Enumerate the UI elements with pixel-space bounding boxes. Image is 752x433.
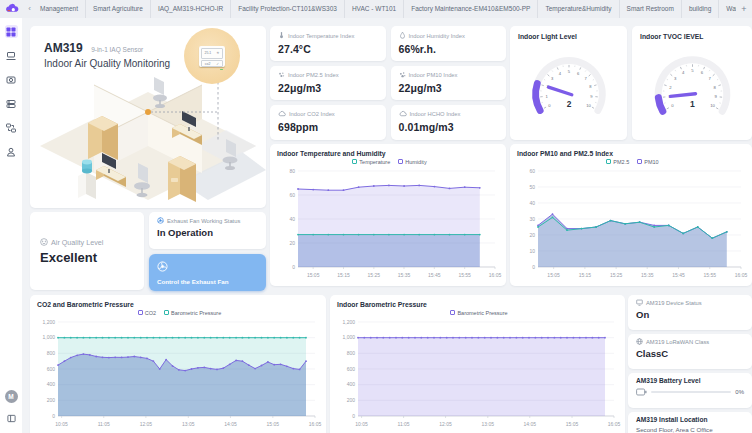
globe-icon xyxy=(636,338,643,345)
fan-icon xyxy=(157,217,164,224)
svg-text:13:05: 13:05 xyxy=(182,421,195,427)
pm25-icon xyxy=(278,71,285,80)
legend-temperature[interactable]: Temperature xyxy=(352,159,390,165)
svg-text:10:05: 10:05 xyxy=(55,421,68,427)
temp-humidity-chart-card: Indoor Temperature and Humidity Temperat… xyxy=(270,144,506,286)
tvoc-level-card: Indoor TVOC lEVEL 0123456789101 xyxy=(632,26,752,140)
legend-humidity[interactable]: Humidity xyxy=(398,159,426,165)
svg-text:1,000: 1,000 xyxy=(42,334,55,340)
legend-pm2-5[interactable]: PM2.5 xyxy=(606,159,629,165)
add-tab-button[interactable]: + xyxy=(736,4,752,14)
tab-smart-restroom[interactable]: Smart Restroom xyxy=(620,0,682,18)
svg-text:3: 3 xyxy=(551,76,554,81)
tab-hvac-wt101[interactable]: HVAC - WT101 xyxy=(345,0,404,18)
svg-text:60: 60 xyxy=(529,168,535,174)
tile-value: 27.4°C xyxy=(278,43,378,55)
svg-text:11:05: 11:05 xyxy=(98,421,110,427)
svg-text:15:35: 15:35 xyxy=(398,272,411,278)
fan-status-label: Exhaust Fan Working Status xyxy=(167,218,240,224)
barometric-chart[interactable]: 02004006008001,0001,20010:0511:0512:0513… xyxy=(337,317,622,429)
battery-level-label: AM319 Battery Level xyxy=(636,377,744,384)
tvoc-level-gauge: 0123456789101 xyxy=(640,42,745,130)
lorawan-class-value: ClassC xyxy=(636,348,744,359)
control-exhaust-fan-button[interactable]: Control the Exhaust Fan xyxy=(149,254,266,291)
legend-co2[interactable]: CO2 xyxy=(138,310,156,316)
legend-barometric-pressure[interactable]: Barometric Pressure xyxy=(450,310,507,316)
sensor-tiles: Indoor Temperature Index27.4°CIndoor Hum… xyxy=(270,26,506,140)
svg-text:600: 600 xyxy=(347,366,356,372)
tile-value: 22μg/m3 xyxy=(399,82,499,94)
gauge-title: Indoor TVOC lEVEL xyxy=(640,33,745,40)
light-level-card: Indoor Light Level 0123456789102 xyxy=(510,26,627,140)
install-location-value: Second Floor, Area C Office xyxy=(636,426,744,433)
tile-indoor-co2-index: Indoor CO2 Index698ppm xyxy=(270,105,386,140)
sidebar-item-devices[interactable] xyxy=(5,49,18,62)
tab-management[interactable]: Management xyxy=(33,0,86,18)
svg-text:15:35: 15:35 xyxy=(641,272,654,278)
tab-temperature-humidity[interactable]: Temperature&Humidity xyxy=(538,0,619,18)
sidebar-collapse-icon[interactable] xyxy=(5,412,18,425)
svg-text:1: 1 xyxy=(690,99,695,109)
svg-text:2: 2 xyxy=(669,85,672,90)
chart-title: Indoor PM10 and PM2.5 Index xyxy=(517,150,748,157)
svg-text:20: 20 xyxy=(289,240,295,246)
svg-text:4: 4 xyxy=(559,71,562,76)
hcho-icon xyxy=(399,110,407,118)
tab-bar: ‹ ManagementSmart AgricultureIAQ_AM319-H… xyxy=(0,0,752,18)
svg-text:15:05: 15:05 xyxy=(267,421,280,427)
svg-text:3: 3 xyxy=(674,76,677,81)
tab-water-meter[interactable]: Water meter xyxy=(719,0,736,18)
svg-text:0: 0 xyxy=(292,264,295,270)
sidebar-item-dashboard[interactable] xyxy=(5,25,18,38)
tile-label: Indoor CO2 Index xyxy=(289,111,335,117)
tab-facility-protection-ct101-ws303[interactable]: Facility Protection-CT101&WS303 xyxy=(231,0,345,18)
battery-percent: 0% xyxy=(735,389,744,395)
pm-chart[interactable]: 010203040506015:0515:1515:2515:3515:4515… xyxy=(517,166,749,280)
battery-icon xyxy=(636,388,647,396)
user-avatar[interactable]: M xyxy=(5,390,18,403)
sidebar-item-workflow[interactable] xyxy=(5,121,18,134)
svg-text:15:55: 15:55 xyxy=(703,272,716,278)
svg-text:16:05: 16:05 xyxy=(309,421,322,427)
isometric-office-illustration xyxy=(30,60,266,208)
chart-title: Indoor Temperature and Humidity xyxy=(277,150,502,157)
tile-label: Indoor HCHO Index xyxy=(410,111,461,117)
svg-text:6: 6 xyxy=(577,71,580,76)
svg-text:10: 10 xyxy=(710,103,715,108)
battery-level-card: AM319 Battery Level 0% xyxy=(628,373,752,408)
tile-label: Indoor PM10 Index xyxy=(409,72,458,78)
svg-text:12:05: 12:05 xyxy=(439,421,452,427)
legend-pm10[interactable]: PM10 xyxy=(637,159,658,165)
svg-text:15:15: 15:15 xyxy=(579,272,592,278)
svg-text:1: 1 xyxy=(545,94,548,99)
pm10-icon xyxy=(399,71,406,80)
tab-iaq-am319-hcho-ir[interactable]: IAQ_AM319-HCHO-IR xyxy=(151,0,231,18)
legend-barometric-pressure[interactable]: Barometric Pressure xyxy=(164,310,221,316)
temp-humidity-chart[interactable]: 02040608015:0515:1515:2515:3515:4515:551… xyxy=(277,166,503,280)
svg-text:0: 0 xyxy=(671,103,674,108)
barometric-chart-card: Indoor Barometric Pressure Barometric Pr… xyxy=(330,295,625,433)
svg-text:10: 10 xyxy=(529,248,535,254)
tab-building[interactable]: building xyxy=(682,0,719,18)
svg-text:16:05: 16:05 xyxy=(489,272,502,278)
svg-text:2: 2 xyxy=(567,99,572,109)
svg-text:0: 0 xyxy=(52,413,55,419)
chart-legend: Barometric Pressure xyxy=(337,308,621,317)
tile-indoor-pm2-5-index: Indoor PM2.5 Index22μg/m3 xyxy=(270,66,386,101)
svg-text:60: 60 xyxy=(289,192,295,198)
sidebar-item-server[interactable] xyxy=(5,97,18,110)
chart-legend: TemperatureHumidity xyxy=(277,157,502,166)
co2-pressure-chart[interactable]: 02004006008001,0001,20010:0511:0512:0513… xyxy=(37,317,323,429)
tile-label: Indoor Humidity Index xyxy=(409,33,465,39)
tab-smart-agriculture[interactable]: Smart Agriculture xyxy=(86,0,151,18)
sensor-device-photo: 25.1☀ co2✓ xyxy=(184,28,240,84)
svg-text:6: 6 xyxy=(701,70,704,75)
co2-icon xyxy=(278,110,286,118)
tab-scroll-left-icon[interactable]: ‹ xyxy=(26,0,33,18)
sidebar-item-user[interactable] xyxy=(5,145,18,158)
sidebar-item-camera[interactable] xyxy=(5,73,18,86)
svg-text:40: 40 xyxy=(529,200,535,206)
tab-factory-maintenance-em410-em500-pp[interactable]: Factory Maintenance-EM410&EM500-PP xyxy=(404,0,538,18)
svg-text:13:05: 13:05 xyxy=(482,421,495,427)
chart-title: Indoor Barometric Pressure xyxy=(337,301,621,308)
